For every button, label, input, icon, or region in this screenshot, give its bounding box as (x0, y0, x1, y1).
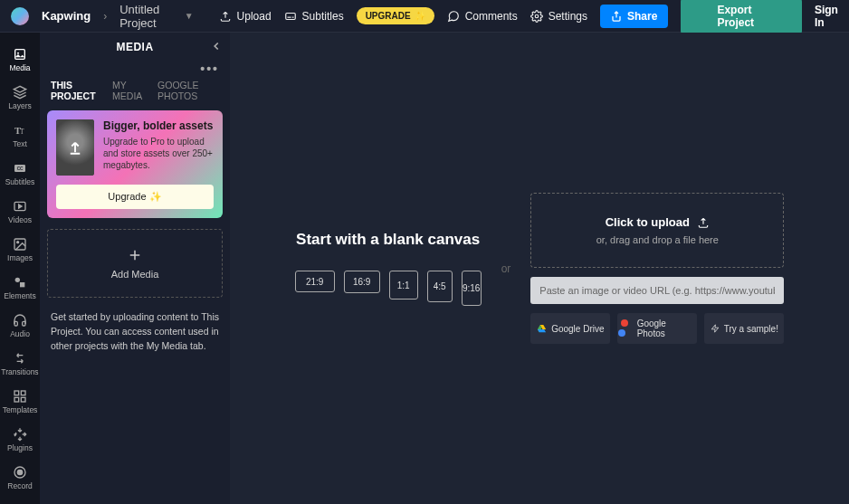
rail-audio[interactable]: Audio (0, 306, 40, 344)
brand-name: Kapwing (42, 9, 91, 23)
rail-videos[interactable]: Videos (0, 192, 40, 230)
promo-upgrade-button[interactable]: Upgrade ✨ (56, 185, 214, 209)
rail-label: Transitions (1, 367, 38, 376)
panel-more-icon[interactable]: ••• (40, 62, 230, 76)
project-dropdown-icon[interactable]: ▼ (185, 11, 194, 21)
rail-label: Images (7, 253, 33, 262)
templates-icon (13, 389, 27, 404)
rail-subtitles[interactable]: CCSubtitles (0, 154, 40, 192)
audio-icon (13, 313, 27, 328)
google-photos-button[interactable]: Google Photos (617, 313, 697, 344)
text-icon: TT (13, 123, 27, 138)
video-icon (13, 199, 27, 214)
rail-label: Text (13, 139, 27, 148)
svg-rect-19 (21, 397, 25, 402)
tab-this-project[interactable]: THIS PROJECT (51, 80, 101, 101)
ratio-9-16[interactable]: 9:16 (462, 271, 482, 306)
subtitles-icon (284, 10, 297, 23)
svg-point-22 (17, 470, 22, 474)
ratio-4-5[interactable]: 4:5 (427, 271, 453, 302)
add-media-button[interactable]: Add Media (47, 229, 223, 298)
upload-dropzone[interactable]: Click to upload or, drag and drop a file… (530, 193, 784, 268)
rail-templates[interactable]: Templates (0, 382, 40, 420)
rail-layers[interactable]: Layers (0, 78, 40, 116)
gdrive-label: Google Drive (551, 324, 604, 334)
svg-rect-0 (285, 13, 295, 19)
rail-more[interactable]: More (0, 496, 40, 504)
elements-icon (13, 275, 27, 290)
svg-point-14 (17, 242, 19, 243)
record-icon (13, 465, 27, 480)
layers-icon (13, 85, 27, 100)
rail-elements[interactable]: Elements (0, 268, 40, 306)
canvas-area: Start with a blank canvas 21:9 16:9 1:1 … (230, 33, 849, 504)
google-drive-button[interactable]: Google Drive (530, 313, 610, 344)
svg-point-3 (535, 14, 539, 18)
rail-label: Subtitles (5, 177, 35, 186)
project-title[interactable]: Untitled Project (119, 3, 172, 30)
app-logo[interactable] (11, 7, 29, 25)
settings-label: Settings (549, 10, 587, 23)
promo-description: Upgrade to Pro to upload and store asset… (103, 136, 214, 171)
upload-subtitle: or, drag and drop a file here (540, 234, 774, 245)
add-media-label: Add Media (111, 269, 159, 280)
rail-text[interactable]: TTText (0, 116, 40, 154)
plugins-icon (13, 427, 27, 442)
rail-transitions[interactable]: Transitions (0, 344, 40, 382)
settings-button[interactable]: Settings (530, 10, 587, 23)
svg-marker-6 (14, 86, 25, 92)
upload-arrow-icon (67, 139, 83, 156)
tab-google-photos[interactable]: GOOGLE PHOTOS (157, 80, 219, 101)
svg-point-15 (15, 278, 20, 282)
share-button[interactable]: Share (600, 5, 668, 28)
svg-rect-4 (15, 50, 25, 60)
svg-text:CC: CC (17, 166, 24, 171)
subtitles-button[interactable]: Subtitles (284, 10, 344, 23)
rail-label: Layers (8, 101, 32, 110)
rail-label: Templates (3, 405, 38, 414)
subtitles-label: Subtitles (302, 10, 344, 23)
promo-title: Bigger, bolder assets (103, 119, 214, 132)
url-input[interactable] (530, 277, 784, 304)
or-separator: or (501, 262, 511, 275)
rail-label: Media (9, 63, 30, 72)
help-text: Get started by uploading content to This… (40, 298, 230, 366)
tab-my-media[interactable]: MY MEDIA (112, 80, 147, 101)
rail-label: Plugins (7, 443, 33, 452)
svg-rect-16 (20, 282, 24, 287)
share-label: Share (627, 10, 657, 23)
ratio-16-9[interactable]: 16:9 (344, 271, 380, 293)
media-icon (13, 47, 27, 62)
images-icon (13, 237, 27, 252)
rail-label: Audio (10, 329, 30, 338)
upgrade-promo-card: Bigger, bolder assets Upgrade to Pro to … (47, 110, 223, 218)
rail-plugins[interactable]: Plugins (0, 420, 40, 458)
export-button[interactable]: Export Project (681, 0, 802, 34)
upgrade-label: UPGRADE (366, 11, 411, 21)
rail-images[interactable]: Images (0, 230, 40, 268)
ratio-21-9[interactable]: 21:9 (295, 271, 335, 292)
sample-icon (711, 324, 720, 333)
upgrade-button[interactable]: UPGRADE ✨ (357, 7, 434, 24)
gphotos-label: Google Photos (637, 319, 694, 338)
breadcrumb-sep: › (103, 10, 107, 23)
svg-rect-17 (14, 391, 19, 395)
svg-marker-31 (711, 325, 719, 332)
rail-record[interactable]: Record (0, 458, 40, 496)
svg-rect-1 (287, 16, 291, 17)
comments-label: Comments (465, 10, 518, 23)
      gdrive-icon (537, 324, 547, 334)
comments-button[interactable]: Comments (447, 10, 518, 23)
upload-button[interactable]: Upload (219, 10, 272, 23)
cc-icon: CC (13, 161, 27, 176)
signin-link[interactable]: Sign In (815, 4, 838, 29)
rail-media[interactable]: Media (0, 40, 40, 78)
side-title: MEDIA (116, 41, 153, 53)
comment-icon (447, 10, 460, 23)
svg-text:T: T (20, 128, 24, 136)
sparkle-icon: ✨ (415, 11, 425, 21)
try-sample-button[interactable]: Try a sample! (704, 313, 784, 344)
upload-box-icon (697, 216, 710, 229)
collapse-panel-icon[interactable] (210, 40, 223, 55)
ratio-1-1[interactable]: 1:1 (389, 271, 418, 300)
